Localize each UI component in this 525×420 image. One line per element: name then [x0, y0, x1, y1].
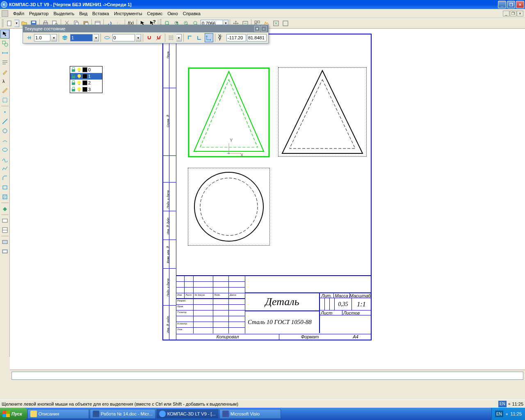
panel-titlebar[interactable]: Текущее состояние ▼ × [23, 25, 268, 32]
minimize-button[interactable]: _ [498, 1, 506, 8]
point-tool[interactable] [0, 107, 9, 116]
color-swatch [82, 74, 87, 79]
lang-indicator[interactable]: EN [498, 401, 507, 407]
tb-izm: Изм. [176, 293, 185, 298]
current-state-panel[interactable]: Текущее состояние ▼ × ▼ ▼ ▼ ▼ XY [23, 25, 269, 43]
menu-file[interactable]: Файл [11, 10, 27, 17]
circle-tool[interactable] [0, 126, 9, 135]
layer-item-0[interactable]: 0 [70, 66, 102, 73]
menu-select[interactable]: Выделить [51, 10, 77, 17]
panel3-tool[interactable] [0, 237, 9, 247]
menu-editor[interactable]: Редактор [27, 10, 51, 17]
ortho-icon[interactable] [185, 33, 194, 42]
start-button[interactable]: Пуск [0, 408, 27, 420]
sheet-left-frame: Перв. Справ. № Подп. и дата Инв. № дубл.… [163, 34, 176, 340]
polyline-tool[interactable] [0, 164, 9, 173]
new-button[interactable] [5, 19, 14, 28]
linestyle-icon[interactable] [103, 33, 111, 42]
close-button[interactable]: × [516, 1, 524, 8]
step-icon[interactable] [25, 33, 33, 42]
panel2-tool[interactable] [0, 226, 9, 235]
panel-menu-button[interactable]: ▼ [254, 26, 260, 32]
svg-rect-36 [3, 98, 7, 102]
grid-dropdown[interactable]: ▼ [176, 34, 182, 41]
layer-dropdown-popup[interactable]: 0 1 2 3 [70, 66, 103, 93]
linestyle-dropdown[interactable]: ▼ [136, 34, 142, 41]
tb-list: Лист [185, 293, 194, 298]
param-tool[interactable]: λ [0, 77, 9, 86]
svg-marker-50 [194, 71, 264, 151]
layer-item-3[interactable]: 3 [70, 86, 102, 93]
taskbar-item[interactable]: Microsoft Visio [219, 409, 281, 419]
layer-dropdown[interactable]: ▼ [94, 34, 99, 41]
menu-insert[interactable]: Вставка [90, 10, 112, 17]
snap-on-icon[interactable] [145, 33, 153, 42]
fillet-tool[interactable] [0, 173, 9, 183]
panel1-tool[interactable] [0, 216, 9, 225]
panel-close-button[interactable]: × [261, 26, 267, 32]
edit-tool[interactable] [0, 67, 9, 76]
svg-marker-58 [290, 80, 355, 148]
spline-tool[interactable] [0, 155, 9, 164]
menu-view[interactable]: Вид [77, 10, 90, 17]
arc-tool[interactable] [0, 136, 9, 145]
system-tray[interactable]: EN « 11:25 [491, 408, 525, 420]
ortho2-icon[interactable] [195, 33, 203, 42]
menu-service[interactable]: Сервис [145, 10, 165, 17]
new-dropdown[interactable]: ▼ [14, 20, 19, 27]
menu-window[interactable]: Окно [165, 10, 180, 17]
menu-tools[interactable]: Инструменты [112, 10, 145, 17]
tray-lang[interactable]: EN [495, 411, 503, 417]
color-swatch [82, 67, 87, 72]
rect-tool[interactable] [0, 183, 9, 192]
windows-flag-icon [2, 411, 10, 417]
step-dropdown[interactable]: ▼ [51, 34, 57, 41]
refresh-button[interactable] [272, 19, 281, 28]
line-tool[interactable] [0, 117, 9, 126]
layer-item-2[interactable]: 2 [70, 80, 102, 86]
hatch-tool[interactable] [0, 192, 9, 201]
select2-tool[interactable] [0, 96, 9, 105]
x-coord-input[interactable] [226, 34, 246, 41]
select-tool[interactable] [0, 30, 9, 39]
step-input[interactable] [34, 34, 50, 41]
linestyle-input[interactable] [112, 34, 135, 41]
svg-point-72 [78, 81, 81, 84]
svg-point-66 [78, 68, 81, 71]
mdi-minimize[interactable]: _ [503, 11, 509, 16]
command-input[interactable] [11, 372, 523, 380]
mdi-close[interactable]: × [517, 11, 523, 16]
side-label: Справ. № [167, 114, 169, 127]
menu-help[interactable]: Справка [180, 10, 203, 17]
taskbar-item[interactable]: Работа № 14.doc - Micr... [90, 409, 155, 419]
status-text: Щелкните левой кнопкой мыши на объекте д… [2, 402, 238, 406]
notation-tool[interactable] [0, 58, 9, 67]
toolbar-grip[interactable] [2, 19, 4, 27]
mdi-restore[interactable]: ❐ [510, 11, 516, 16]
svg-point-56 [228, 153, 230, 154]
panels-tool[interactable] [0, 204, 9, 213]
dims-tool[interactable] [0, 48, 9, 57]
xy-icon[interactable]: XY [217, 33, 226, 42]
view-triangle-green[interactable]: Y X [188, 67, 270, 158]
restore-button[interactable]: ❐ [507, 1, 515, 8]
layer-input[interactable] [70, 34, 93, 41]
mdi-icon[interactable] [2, 10, 8, 17]
local-cs-icon[interactable] [205, 33, 213, 42]
snap-off-icon[interactable] [154, 33, 163, 42]
svg-rect-28 [255, 21, 257, 23]
panel4-tool[interactable] [0, 247, 9, 256]
geometry-tool[interactable] [0, 39, 9, 48]
regen-button[interactable] [281, 19, 290, 28]
layers-icon[interactable] [61, 33, 69, 42]
ellipse-tool[interactable] [0, 145, 9, 154]
layer-item-1[interactable]: 1 [70, 73, 102, 80]
folder-icon [30, 411, 37, 417]
statusbar: Щелкните левой кнопкой мыши на объекте д… [0, 399, 525, 408]
window-title: КОМПАС-3D LT V9 - [Чертеж БЕЗ ИМЕНИ1 ->С… [9, 2, 498, 7]
y-coord-input[interactable] [247, 34, 267, 41]
grid-icon[interactable] [167, 33, 175, 42]
measure-tool[interactable] [0, 86, 9, 95]
taskbar-item[interactable]: Описания [27, 409, 89, 419]
taskbar-item[interactable]: КОМПАС-3D LT V9 - [... [156, 409, 219, 419]
